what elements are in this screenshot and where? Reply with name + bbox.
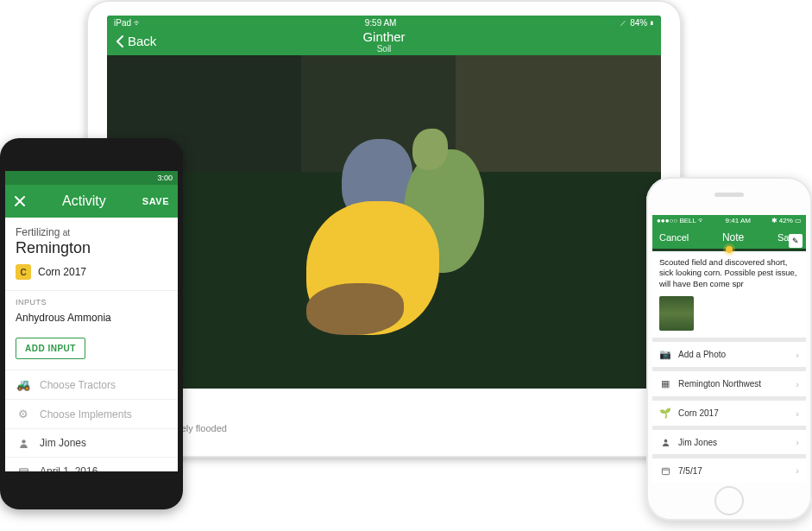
person-row[interactable]: Jim Jones bbox=[5, 428, 178, 457]
person-icon bbox=[16, 438, 31, 449]
home-button[interactable] bbox=[714, 486, 744, 515]
row-label: 7/5/17 bbox=[678, 466, 702, 476]
iphone-status-bar: ●●●○○ BELL ᯤ 9:41 AM ✱ 42% ▭ bbox=[652, 215, 806, 226]
activity-heading: Fertilizing at Remington C Corn 2017 bbox=[5, 218, 178, 291]
back-button[interactable]: Back bbox=[116, 34, 156, 48]
android-screen: 3:00 Activity SAVE Fertilizing at Reming… bbox=[5, 171, 178, 471]
page-title: Ginther bbox=[362, 29, 405, 44]
tractor-icon: 🚜 bbox=[16, 378, 31, 391]
row-label: Jim Jones bbox=[678, 438, 717, 447]
activity-body: Fertilizing at Remington C Corn 2017 INP… bbox=[5, 218, 178, 471]
note-map[interactable]: ✎ bbox=[652, 249, 806, 251]
iphone-screen: ●●●○○ BELL ᯤ 9:41 AM ✱ 42% ▭ Cancel Note… bbox=[652, 215, 806, 483]
activity-header: Activity SAVE bbox=[5, 185, 178, 218]
add-photo-row[interactable]: 📷 Add a Photo › bbox=[652, 342, 806, 367]
calendar-icon bbox=[16, 466, 31, 472]
status-device-label: iPad ᯤ bbox=[114, 18, 142, 28]
row-label: Corn 2017 bbox=[678, 408, 719, 418]
back-label: Back bbox=[128, 34, 156, 48]
note-detail-list: 📷 Add a Photo › ▦ Remington Northwest › … bbox=[652, 338, 806, 483]
row-label: Remington Northwest bbox=[678, 379, 761, 389]
inputs-label: INPUTS bbox=[5, 291, 178, 307]
status-time: 9:41 AM bbox=[726, 217, 751, 224]
date-row[interactable]: April 1, 2016 bbox=[5, 457, 178, 471]
field-name: Remington bbox=[16, 239, 167, 257]
chevron-right-icon: › bbox=[796, 350, 799, 360]
status-time: 9:59 AM bbox=[365, 18, 397, 28]
ipad-status-bar: iPad ᯤ 9:59 AM ⟋ 84% ▮ bbox=[107, 16, 661, 30]
choose-implements-row[interactable]: ⚙ Choose Implements bbox=[5, 399, 178, 428]
implement-icon: ⚙ bbox=[16, 408, 31, 420]
soil-overlay bbox=[306, 129, 483, 335]
row-label: April 1, 2016 bbox=[40, 465, 98, 471]
svg-point-0 bbox=[22, 439, 25, 443]
ipad-title: Ginther Soil bbox=[362, 29, 405, 54]
soil-info-panel: am sandy loam ent slopes, rarely flooded bbox=[107, 389, 661, 442]
crop-badge: C bbox=[16, 264, 31, 280]
soil-type-full: sandy loam bbox=[121, 409, 647, 421]
activity-at: at bbox=[63, 228, 70, 237]
page-subtitle: Soil bbox=[362, 44, 405, 54]
android-device: 3:00 Activity SAVE Fertilizing at Reming… bbox=[0, 138, 183, 509]
cancel-button[interactable]: Cancel bbox=[659, 232, 689, 243]
field-row[interactable]: ▦ Remington Northwest › bbox=[652, 371, 806, 396]
iphone-device: ●●●○○ BELL ᯤ 9:41 AM ✱ 42% ▭ Cancel Note… bbox=[646, 177, 812, 521]
chevron-left-icon bbox=[116, 35, 124, 48]
header-title: Activity bbox=[62, 193, 106, 209]
svg-rect-3 bbox=[662, 468, 669, 474]
status-carrier: ●●●○○ BELL ᯤ bbox=[657, 217, 705, 224]
close-button[interactable] bbox=[14, 195, 26, 207]
note-textarea[interactable]: Scouted field and discovered short, sick… bbox=[652, 251, 806, 296]
row-label: Choose Implements bbox=[40, 408, 132, 420]
row-label: Choose Tractors bbox=[40, 379, 116, 391]
nav-title: Note bbox=[722, 231, 744, 243]
chevron-right-icon: › bbox=[796, 437, 799, 447]
input-item[interactable]: Anhydrous Ammonia bbox=[5, 307, 178, 332]
row-label: Add a Photo bbox=[678, 350, 726, 359]
status-battery: ✱ 42% ▭ bbox=[771, 217, 802, 224]
android-status-bar: 3:00 bbox=[5, 171, 178, 185]
chevron-right-icon: › bbox=[796, 465, 799, 476]
soil-map[interactable] bbox=[107, 55, 661, 389]
ipad-screen: iPad ᯤ 9:59 AM ⟋ 84% ▮ Back Ginther Soil bbox=[107, 16, 661, 442]
row-label: Jim Jones bbox=[40, 437, 86, 449]
crop-chip[interactable]: C Corn 2017 bbox=[16, 257, 167, 281]
status-battery: ⟋ 84% ▮ bbox=[619, 18, 654, 28]
crop-row[interactable]: 🌱 Corn 2017 › bbox=[652, 401, 806, 426]
choose-tractors-row[interactable]: 🚜 Choose Tractors bbox=[5, 370, 178, 399]
note-photo-thumb[interactable] bbox=[659, 296, 694, 331]
date-row[interactable]: 7/5/17 › bbox=[652, 458, 806, 483]
field-icon: ▦ bbox=[659, 378, 671, 389]
edit-icon[interactable]: ✎ bbox=[789, 234, 803, 248]
add-input-button[interactable]: ADD INPUT bbox=[16, 338, 85, 359]
save-button[interactable]: SAVE bbox=[142, 196, 169, 206]
note-nav-bar: Cancel Note Save bbox=[652, 226, 806, 249]
activity-verb: Fertilizing bbox=[16, 226, 60, 238]
leaf-icon: 🌱 bbox=[659, 408, 671, 419]
status-time: 3:00 bbox=[157, 174, 173, 182]
person-row[interactable]: Jim Jones › bbox=[652, 430, 806, 454]
chevron-right-icon: › bbox=[796, 379, 799, 389]
soil-desc: ent slopes, rarely flooded bbox=[121, 423, 647, 433]
svg-point-2 bbox=[664, 439, 667, 442]
ipad-nav-bar: Back Ginther Soil bbox=[107, 30, 661, 55]
person-icon bbox=[659, 438, 671, 447]
camera-icon: 📷 bbox=[659, 349, 671, 360]
crop-label: Corn 2017 bbox=[38, 266, 86, 278]
chevron-right-icon: › bbox=[796, 408, 799, 419]
calendar-icon bbox=[659, 466, 671, 476]
